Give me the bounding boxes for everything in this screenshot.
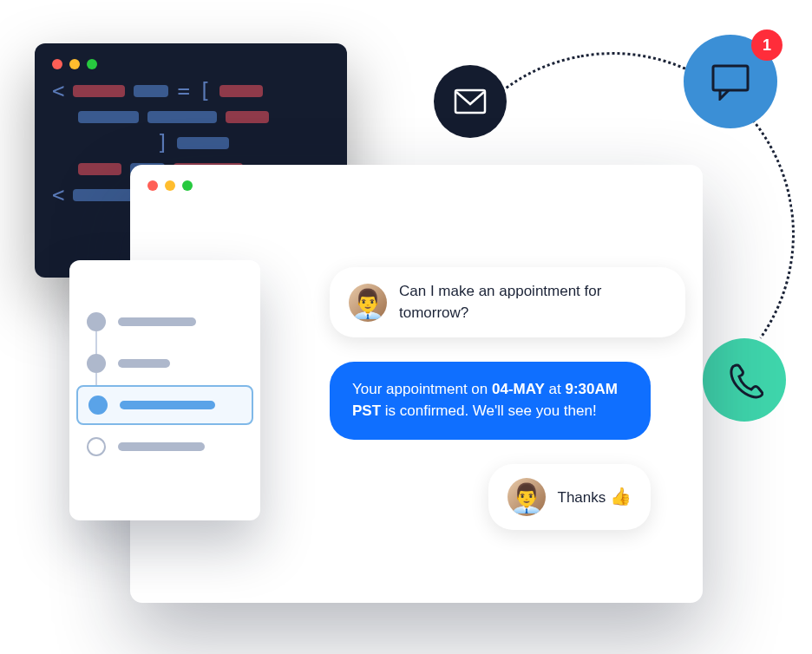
notification-badge: 1: [751, 29, 783, 61]
mail-icon: [454, 88, 487, 114]
window-controls: [147, 180, 685, 191]
avatar: [349, 284, 387, 322]
step-label-placeholder: [118, 442, 205, 451]
code-line: [52, 111, 330, 123]
step-label-placeholder: [118, 359, 170, 368]
message-text: Thanks 👍: [558, 484, 632, 509]
chat-channel-badge[interactable]: 1: [684, 35, 777, 128]
workflow-step-selected[interactable]: [76, 385, 253, 425]
step-dot-icon: [87, 354, 106, 373]
chat-icon: [710, 62, 751, 101]
step-dot-icon: [88, 396, 108, 415]
svg-rect-1: [713, 66, 748, 90]
step-dot-icon: [87, 437, 106, 456]
maximize-dot[interactable]: [182, 180, 193, 191]
step-label-placeholder: [120, 401, 215, 409]
message-incoming: Thanks 👍: [488, 464, 651, 530]
step-label-placeholder: [118, 317, 196, 326]
close-dot[interactable]: [147, 180, 158, 191]
phone-channel-badge[interactable]: [703, 338, 786, 422]
message-text: Can I make an appointment for tomorrow?: [399, 281, 666, 324]
code-line: ]: [52, 137, 330, 149]
message-outgoing: Your appointment on 04-MAY at 9:30AM PST…: [330, 362, 651, 439]
workflow-step[interactable]: [87, 437, 243, 456]
workflow-step[interactable]: [87, 354, 243, 373]
phone-icon: [725, 361, 763, 399]
close-dot[interactable]: [52, 59, 62, 69]
minimize-dot[interactable]: [165, 180, 175, 191]
svg-rect-0: [455, 90, 485, 113]
thumbs-up-emoji: 👍: [610, 487, 632, 506]
workflow-step[interactable]: [87, 312, 243, 331]
mail-channel-badge[interactable]: [434, 65, 507, 138]
code-line: < = [: [52, 85, 330, 97]
avatar: [508, 478, 546, 516]
window-controls: [52, 59, 330, 69]
workflow-steps-card: [69, 260, 260, 520]
maximize-dot[interactable]: [87, 59, 97, 69]
minimize-dot[interactable]: [69, 59, 80, 69]
step-dot-icon: [87, 312, 106, 331]
message-incoming: Can I make an appointment for tomorrow?: [330, 267, 685, 337]
message-text: Your appointment on 04-MAY at 9:30AM PST…: [352, 379, 628, 422]
